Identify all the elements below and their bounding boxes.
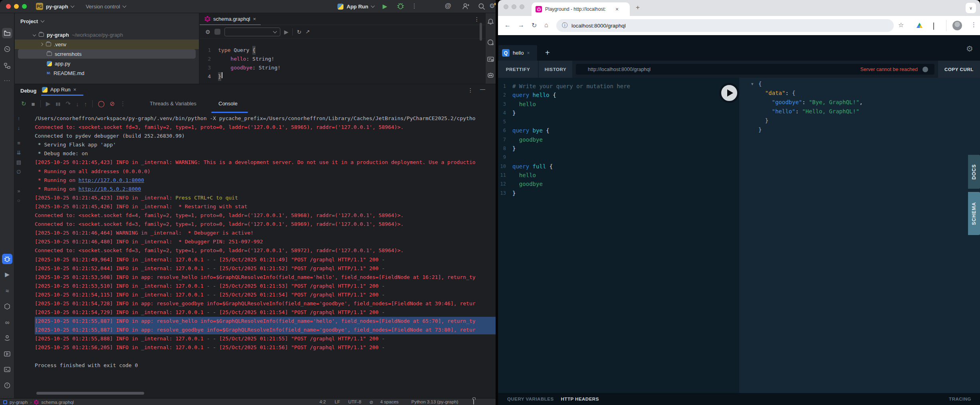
docs-side-tab[interactable]: DOCS [968, 155, 980, 189]
query-line[interactable]: 9 [498, 153, 739, 162]
minimize-window-button[interactable] [14, 4, 19, 9]
hide-toolwindow-button[interactable]: — [480, 86, 485, 92]
editor-scrollbar[interactable] [480, 23, 482, 41]
console-line[interactable]: * Running on all addresses (0.0.0.0) [35, 167, 496, 176]
console-line[interactable]: Connected to: <socket.socket fd=3, famil… [35, 220, 496, 229]
query-line[interactable]: 6query bye { [498, 126, 739, 135]
sidebar-item-more[interactable]: ··· [2, 75, 12, 85]
query-line[interactable]: 11 hello [498, 171, 739, 180]
sidebar-item-python-packages[interactable] [2, 301, 12, 312]
query-line[interactable]: 4} [498, 109, 739, 117]
search-everywhere-ai-icon[interactable]: @ [445, 2, 451, 10]
console-line[interactable]: [2025-10-25 01:21:45,423] INFO in _inter… [35, 158, 496, 167]
expander-icon[interactable] [40, 43, 43, 46]
query-line[interactable]: 10query full { [498, 162, 739, 171]
console-line[interactable]: Connected to: <socket.socket fd=4, famil… [35, 211, 496, 220]
endpoint-input[interactable]: http://localhost:8000/graphql Server can… [576, 64, 934, 75]
tree-item-py-graph[interactable]: py-graph~/workspace/py-graph [15, 30, 199, 40]
soft-wrap-icon[interactable]: ≡ [17, 140, 20, 146]
back-button[interactable]: ← [504, 22, 511, 29]
console-line[interactable]: * Serving Flask app 'app' [35, 140, 496, 149]
console-line[interactable]: [2025-10-25 01:21:53,508] INFO in app: r… [35, 273, 496, 282]
playground-tab-hello[interactable]: Q hello × [498, 45, 537, 61]
run-button[interactable]: ▶ [383, 3, 387, 10]
run-widget[interactable]: App Run [337, 4, 374, 10]
close-tab-icon[interactable]: × [615, 6, 619, 12]
console-line[interactable]: [2025-10-25 01:21:56,205] INFO in _inter… [35, 343, 496, 352]
query-line[interactable]: 7 goodbye [498, 135, 739, 144]
sidebar-item-structure[interactable] [2, 61, 12, 71]
more-actions-button[interactable]: ⋮ [411, 2, 417, 10]
run-settings-gear-icon[interactable]: ⚙ [205, 29, 210, 35]
info-icon[interactable]: ⓘ [562, 22, 567, 29]
clear-all-icon[interactable]: ∅ [16, 169, 21, 175]
sidebar-item-problems[interactable] [2, 380, 12, 391]
tree-item-.venv[interactable]: .venv [15, 40, 199, 49]
open-in-browser-icon[interactable]: ↗ [306, 29, 310, 35]
notifications-button[interactable] [487, 18, 494, 26]
query-line[interactable]: 1# Write your query or mutation here [498, 82, 739, 91]
sidebar-item-commit[interactable] [2, 44, 12, 54]
console-line[interactable]: Connected to: <socket.socket fd=3, famil… [35, 246, 496, 255]
execute-query-button[interactable] [719, 83, 739, 103]
google-drive-icon[interactable] [917, 23, 922, 28]
http-headers-tab[interactable]: HTTP HEADERS [561, 397, 599, 401]
console-line[interactable]: [2025-10-25 01:21:54,115] INFO in _inter… [35, 290, 496, 299]
schema-code-line[interactable]: 2 hello: String! [200, 55, 485, 63]
console-line[interactable]: [2025-10-25 01:21:46,480] INFO in _inter… [35, 237, 496, 246]
console-line[interactable]: [2025-10-25 01:21:46,464] WARNING in _in… [35, 229, 496, 237]
expand-icon[interactable]: » [17, 188, 20, 194]
ai-agent-button[interactable] [487, 71, 494, 79]
tab-console[interactable]: Console [218, 101, 238, 107]
settings-button[interactable]: ⚙ [489, 2, 495, 10]
step-into-button[interactable]: ↓ [76, 101, 79, 107]
console-line[interactable] [35, 352, 496, 361]
sidebar-item-services[interactable]: ≈ [2, 285, 12, 296]
run-query-button[interactable]: ▶ [284, 29, 289, 35]
close-tab-icon[interactable]: × [253, 16, 256, 22]
tab-threads-variables[interactable]: Threads & Variables [150, 101, 196, 107]
sidebar-item-preview[interactable] [2, 349, 12, 359]
query-editor[interactable]: 1# Write your query or mutation here2que… [498, 78, 739, 393]
debug-tab-app-run[interactable]: App Run × [42, 87, 76, 93]
console-line[interactable]: /Users/conorheffron/workspace/py-graph/.… [35, 114, 496, 123]
console-line[interactable]: [2025-10-25 01:21:55,888] INFO in _inter… [35, 334, 496, 343]
console-line[interactable]: [2025-10-25 01:21:55,887] INFO in app: r… [35, 326, 496, 334]
maximize-window-button[interactable] [520, 4, 524, 9]
editor-options-button[interactable]: ⋮ [474, 16, 480, 22]
console-line[interactable]: * Running on http://127.0.0.1:8000 [35, 176, 496, 185]
query-line[interactable]: 13} [498, 189, 739, 198]
prettify-button[interactable]: PRETTIFY [498, 61, 538, 78]
database-button[interactable] [487, 55, 494, 63]
expander-icon[interactable] [33, 33, 36, 36]
tab-search-button[interactable]: ∨ [966, 3, 976, 13]
debug-button[interactable] [397, 2, 405, 10]
more-button[interactable]: ⋮ [120, 100, 126, 107]
schema-code-line[interactable]: 1type Query { [200, 46, 485, 55]
console-line[interactable]: [2025-10-25 01:21:49,964] INFO in _inter… [35, 255, 496, 264]
tree-item-app.py[interactable]: app.py [15, 59, 199, 68]
sidebar-item-terminal[interactable] [2, 364, 12, 375]
console-line[interactable]: [2025-10-25 01:21:45,426] INFO in _inter… [35, 202, 496, 211]
endpoint-url[interactable]: http://localhost:8000/graphql [588, 67, 651, 72]
code-with-me-button[interactable] [462, 2, 470, 10]
address-bar[interactable]: ⓘ localhost:8000/graphql [556, 19, 894, 32]
browser-tab-playground[interactable]: Playground - http://localhost: × [532, 2, 630, 16]
copy-curl-button[interactable]: COPY CURL [938, 61, 980, 78]
up-stack-frame-icon[interactable]: ↑ [18, 115, 20, 121]
indent-style[interactable]: 4 spaces [380, 399, 399, 404]
view-breakpoints-button[interactable]: ◯ [98, 100, 105, 107]
caret-position[interactable]: 4:2 [319, 399, 326, 404]
query-line[interactable]: 3 hello [498, 100, 739, 109]
schema-side-tab[interactable]: SCHEMA [968, 192, 980, 235]
sidebar-item-project[interactable] [2, 28, 12, 38]
query-line[interactable]: 12 goodbye [498, 180, 739, 188]
breadcrumb-project[interactable]: py-graph [10, 400, 28, 405]
console-line[interactable]: * Debug mode: on [35, 149, 496, 158]
line-separator[interactable]: LF [335, 399, 340, 404]
window-controls[interactable] [0, 4, 27, 9]
extensions-icon[interactable] [933, 22, 934, 30]
close-window-button[interactable] [504, 4, 508, 9]
query-line[interactable]: 2query hello { [498, 91, 739, 99]
bookmark-star-icon[interactable]: ☆ [898, 21, 904, 29]
